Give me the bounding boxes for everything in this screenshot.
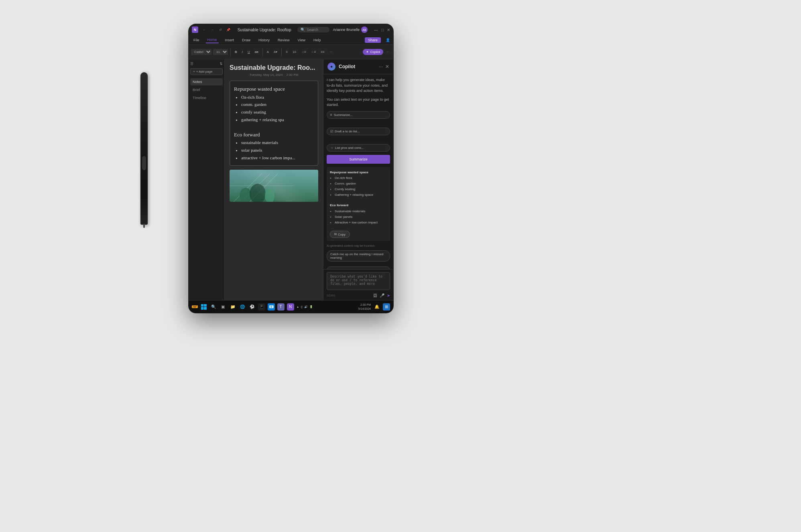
search-taskbar-btn[interactable]: 🔍	[210, 303, 217, 311]
menu-insert[interactable]: Insert	[224, 37, 236, 43]
temperature-badge: 78°	[192, 305, 198, 308]
summary-item-1: Oz-rich flora	[335, 176, 387, 181]
add-page-label: + Add page	[196, 70, 213, 73]
window-title: Sustainable Upgrade: Rooftop	[234, 28, 294, 32]
copy-button[interactable]: ⧉ Copy	[330, 231, 350, 238]
bold-btn[interactable]: B	[233, 49, 239, 55]
handwritten-section-1: Repurpose wasted space Oz-rich flora com…	[230, 81, 318, 166]
list-item-2: comm. garden	[241, 101, 314, 108]
menu-home[interactable]: Home	[206, 37, 219, 43]
menu-history[interactable]: History	[257, 37, 271, 43]
underline-btn[interactable]: U	[246, 49, 252, 55]
font-size-select[interactable]: 11	[213, 49, 228, 55]
search-box[interactable]: 🔍 Search	[297, 27, 329, 32]
copy-label: Copy	[338, 233, 346, 236]
summary-heading-1: Repurpose wasted space	[330, 170, 387, 175]
ai-disclaimer: AI-generated content may be incorrect.	[327, 244, 390, 247]
browser-btn[interactable]: 🌐	[239, 303, 246, 311]
add-page-button[interactable]: + + Add page	[190, 68, 223, 75]
note-date: Tuesday, May 14, 2024 2:30 PM	[230, 73, 318, 77]
svg-point-5	[240, 188, 252, 202]
image-attach-btn[interactable]: 🖼	[373, 293, 377, 298]
sidebar-page-notes[interactable]: Notes	[190, 78, 223, 85]
summarize-suggestion-btn[interactable]: ≡ Summarize...	[327, 111, 390, 119]
widgets-btn[interactable]: ⊞	[383, 303, 390, 311]
mail-btn[interactable]: 📧	[268, 303, 275, 311]
minimize-btn[interactable]: —	[374, 28, 378, 32]
summary-item-6: Solar panels	[335, 215, 387, 220]
send-button[interactable]: ➤	[387, 293, 390, 298]
list-item-4: gathering + relaxing spa	[241, 116, 314, 124]
onenote-logo: N	[192, 26, 198, 33]
indent-btn[interactable]: →≡	[299, 49, 308, 55]
menu-file[interactable]: File	[192, 37, 201, 43]
char-count: 0/1000	[327, 294, 335, 297]
sidebar-page-timeline[interactable]: Timeline	[190, 94, 223, 102]
menu-draw[interactable]: Draw	[240, 37, 252, 43]
outdent-btn[interactable]: ←≡	[309, 49, 318, 55]
copilot-input-footer: 0/1000 🖼 🎤 ➤	[327, 293, 390, 298]
search-placeholder: Search	[307, 28, 318, 32]
window-controls: — □ ✕	[374, 28, 390, 32]
maximize-btn[interactable]: □	[381, 28, 384, 32]
font-select[interactable]: Calibri	[191, 49, 211, 55]
microphone-btn[interactable]: 🎤	[380, 293, 384, 298]
pros-cons-icon: ↔	[330, 146, 333, 150]
phone-btn[interactable]: 📱	[258, 303, 265, 311]
soccer-btn[interactable]: ⚽	[248, 303, 256, 311]
copilot-header: ✦ Copilot ··· ✕	[323, 59, 393, 74]
pin-btn[interactable]: 📌	[226, 27, 231, 32]
more-btn[interactable]: ···	[328, 49, 334, 55]
profile-icon[interactable]: 👤	[386, 38, 390, 42]
start-button[interactable]	[200, 303, 207, 311]
bullets-btn[interactable]: ≡	[284, 49, 289, 55]
section-2-title: Eco forward	[234, 131, 314, 139]
copilot-more-btn[interactable]: ···	[379, 64, 383, 69]
copilot-select-text: You can select text on your page to get …	[327, 97, 390, 108]
menu-help[interactable]: Help	[312, 37, 323, 43]
italic-btn[interactable]: I	[240, 49, 244, 55]
forward-btn[interactable]: →	[209, 27, 215, 32]
okrs-chip[interactable]: What are the OKRs this quarter?	[327, 266, 390, 269]
svg-line-3	[250, 174, 278, 202]
file-explorer-btn[interactable]: 📁	[229, 303, 236, 311]
copilot-close-btn[interactable]: ✕	[385, 64, 389, 69]
teams-btn[interactable]: T	[277, 303, 285, 311]
todo-suggestion-btn[interactable]: ☑ Draft a to do list...	[327, 128, 390, 135]
share-button[interactable]: Share	[365, 37, 381, 43]
more-options-btn[interactable]: ···	[385, 49, 391, 55]
menu-view[interactable]: View	[296, 37, 307, 43]
suggestion-buttons: ≡ Summarize... ☑ Draft a to do list... ↔	[327, 111, 390, 152]
numbering-btn[interactable]: 1≡	[291, 49, 298, 55]
title-bar-controls: ← → ↺ 📌	[201, 27, 231, 32]
system-tray: ▲ (( 🔊 🔋	[297, 305, 313, 309]
user-avatar: AB	[361, 26, 368, 33]
copilot-button[interactable]: ✦ Copilot	[363, 49, 383, 55]
copilot-input[interactable]	[327, 272, 390, 290]
user-name: Arianne Brunelle	[333, 28, 360, 32]
catch-me-up-chip[interactable]: Catch me up on the meeting I missed morn…	[327, 250, 390, 262]
copilot-body: I can help you generate ideas, make to-d…	[323, 74, 393, 269]
menu-review[interactable]: Review	[276, 37, 291, 43]
note-content: Sustainable Upgrade: Roo... Tuesday, May…	[225, 59, 323, 300]
font-color-btn[interactable]: A▾	[272, 49, 279, 55]
close-btn[interactable]: ✕	[387, 28, 390, 32]
onenote-taskbar-btn[interactable]: N	[287, 303, 294, 311]
sidebar-toggle[interactable]: ☰	[190, 62, 193, 66]
scene: N ← → ↺ 📌 Sustainable Upgrade: Rooftop 🔍…	[0, 0, 801, 532]
refresh-btn[interactable]: ↺	[218, 27, 223, 32]
section-2-list: sustainable materials solar panels attra…	[234, 139, 314, 161]
summary-item-3: Comfy seating	[335, 187, 387, 192]
notification-btn[interactable]: 🔔	[373, 303, 380, 311]
wifi-icon: ((	[301, 305, 303, 308]
sidebar-sort[interactable]: ⇅	[220, 62, 223, 66]
volume-icon: 🔊	[304, 305, 308, 309]
sidebar-page-brief[interactable]: Brief	[190, 86, 223, 93]
back-btn[interactable]: ←	[201, 27, 207, 32]
align-btn[interactable]: ≡≡	[319, 49, 326, 55]
highlight-btn[interactable]: A	[265, 49, 270, 55]
task-view-btn[interactable]: ▣	[220, 303, 227, 311]
pros-cons-suggestion-btn[interactable]: ↔ List pros and cons...	[327, 144, 390, 152]
summarize-button[interactable]: Summarize	[327, 155, 390, 164]
strikethrough-btn[interactable]: ab	[253, 49, 260, 55]
